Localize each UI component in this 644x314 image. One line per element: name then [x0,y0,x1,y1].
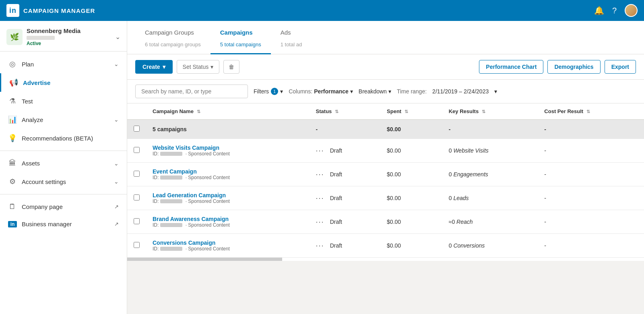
campaign-name-link[interactable]: Event Campaign [153,168,303,175]
th-status[interactable]: Status ⇅ [310,103,380,120]
account-chevron-icon[interactable]: ⌄ [115,33,120,41]
campaign-id-blur [160,247,182,251]
sort-icon: ⇅ [586,109,590,114]
campaign-id-blur [160,223,182,227]
table-row: Event Campaign ID: · Sponsored Content ·… [127,163,644,186]
tab-ads[interactable]: Ads 1 total ad [271,21,312,54]
account-section[interactable]: 🌿 Sonnenberg Media Active ⌄ [0,21,127,52]
tab-ads-label: Ads [281,29,302,41]
campaign-name-link[interactable]: Conversions Campaign [153,240,303,246]
row-spent: $0.00 [380,163,442,186]
row-context-menu[interactable]: ··· [316,194,324,202]
app-logo[interactable]: in CAMPAIGN MANAGER [6,4,95,17]
campaign-sub-info: ID: · Sponsored Content [153,151,303,157]
summary-checkbox[interactable] [134,126,140,132]
timerange-value[interactable]: 2/11/2019 – 2/24/2023 [432,88,489,95]
recommendations-icon: 💡 [8,134,17,143]
summary-key-results: - [442,120,538,139]
sidebar: 🌿 Sonnenberg Media Active ⌄ ◎ Plan ⌄ 📢 A… [0,21,127,314]
test-icon: ⚗ [8,97,17,105]
top-navigation: in CAMPAIGN MANAGER 🔔 ? [0,0,644,21]
sidebar-item-advertise[interactable]: 📢 Advertise [0,73,127,92]
row-checkbox-3[interactable] [134,218,140,224]
set-status-button[interactable]: Set Status ▾ [177,60,220,74]
row-context-menu[interactable]: ··· [316,170,324,179]
notifications-icon[interactable]: 🔔 [594,6,604,15]
row-dots-col: ··· Draft [310,210,380,234]
nav-divider-2 [0,194,127,194]
row-spent: $0.00 [380,234,442,258]
campaign-name-link[interactable]: Lead Generation Campaign [153,192,303,198]
sidebar-item-plan[interactable]: ◎ Plan ⌄ [0,55,127,73]
sidebar-item-label: Company page [22,203,63,210]
trash-icon: 🗑 [229,64,234,70]
account-settings-icon: ⚙ [8,177,17,186]
sidebar-item-label: Test [22,98,33,105]
performance-chart-button[interactable]: Performance Chart [479,60,543,74]
business-manager-icon: in [8,221,17,227]
row-key-results: 0 Website Visits [442,139,538,163]
assets-icon: 🏛 [8,159,17,167]
sidebar-item-label: Advertise [23,79,50,86]
filters-label: Filters [254,88,269,95]
user-avatar[interactable] [625,4,638,17]
campaign-sub-info: ID: · Sponsored Content [153,222,303,228]
create-dropdown-icon: ▾ [163,64,165,70]
account-info: Sonnenberg Media Active [27,27,111,46]
row-context-menu[interactable]: ··· [316,218,324,226]
sidebar-item-label: Account settings [22,178,66,185]
sidebar-item-label: Analyze [22,116,43,123]
row-key-results: 0 Engagements [442,163,538,186]
delete-button[interactable]: 🗑 [223,60,239,74]
company-page-external-icon: ↗ [114,204,119,210]
breakdown-dropdown-icon: ▾ [388,88,391,95]
tab-campaigns-label: Campaigns [220,29,261,41]
columns-dropdown-icon: ▾ [350,88,353,95]
row-status: Draft [330,219,342,225]
search-input[interactable] [135,85,248,98]
th-spent[interactable]: Spent ⇅ [380,103,442,120]
sidebar-item-business-manager[interactable]: in Business manager ↗ [0,216,127,232]
sidebar-item-assets[interactable]: 🏛 Assets ⌄ [0,154,127,172]
row-checkbox-4[interactable] [134,242,140,248]
campaign-name-link[interactable]: Website Visits Campaign [153,145,303,151]
filters-button[interactable]: Filters 1 ▾ [254,88,283,95]
export-button[interactable]: Export [605,60,636,74]
tab-campaign-groups[interactable]: Campaign Groups 6 total campaign groups [135,21,211,54]
sidebar-item-account-settings[interactable]: ⚙ Account settings ⌄ [0,172,127,191]
filters-dropdown-icon: ▾ [280,88,283,95]
create-button[interactable]: Create ▾ [135,60,173,74]
sidebar-item-label: Plan [22,61,34,68]
select-all-col [127,103,146,120]
sidebar-item-analyze[interactable]: 📊 Analyze ⌄ [0,110,127,129]
help-icon[interactable]: ? [612,6,617,15]
columns-button[interactable]: Columns: Performance ▾ [289,88,353,95]
th-campaign-name[interactable]: Campaign Name ⇅ [146,103,310,120]
key-results-type: Conversions [453,242,485,249]
horizontal-scrollbar[interactable] [127,258,644,261]
row-checkbox-1[interactable] [134,171,140,177]
table-row: Conversions Campaign ID: · Sponsored Con… [127,234,644,258]
row-context-menu[interactable]: ··· [316,242,324,250]
advertise-icon: 📢 [9,78,18,87]
campaign-name-link[interactable]: Brand Awareness Campaign [153,216,303,222]
set-status-dropdown-icon: ▾ [211,64,213,70]
row-checkbox-2[interactable] [134,194,140,200]
th-key-results[interactable]: Key Results ⇅ [442,103,538,120]
account-avatar-icon: 🌿 [6,29,23,45]
row-context-menu[interactable]: ··· [316,147,324,155]
sidebar-item-company-page[interactable]: 🗒 Company page ↗ [0,198,127,216]
key-results-type: Website Visits [453,147,488,154]
th-cost-per-result[interactable]: Cost Per Result ⇅ [538,103,644,120]
demographics-button[interactable]: Demographics [547,60,600,74]
sidebar-item-test[interactable]: ⚗ Test [0,92,127,110]
summary-spent: $0.00 [380,120,442,139]
row-dots-col: ··· Draft [310,163,380,186]
breakdown-button[interactable]: Breakdown ▾ [359,88,391,95]
timerange-dropdown-icon[interactable]: ▾ [494,88,497,95]
sidebar-item-recommendations[interactable]: 💡 Recommendations (BETA) [0,129,127,147]
business-manager-external-icon: ↗ [114,221,119,227]
tab-campaigns[interactable]: Campaigns 5 total campaigns [211,21,271,54]
row-checkbox-0[interactable] [134,147,140,153]
tab-campaign-groups-sublabel: 6 total campaign groups [145,41,201,53]
